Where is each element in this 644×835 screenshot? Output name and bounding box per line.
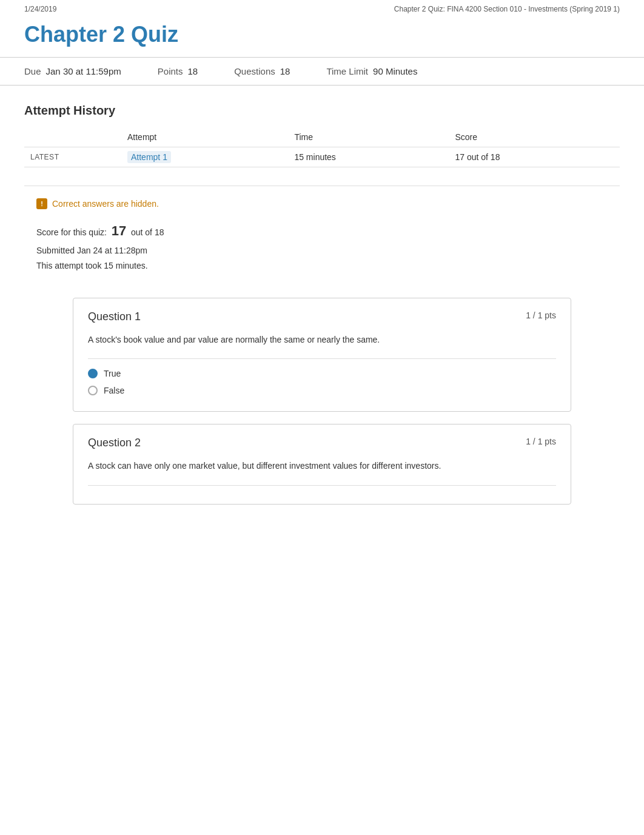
attempt-latest-label: LATEST bbox=[24, 147, 121, 167]
due-item: Due Jan 30 at 11:59pm bbox=[24, 66, 121, 76]
top-bar: 1/24/2019 Chapter 2 Quiz: FINA 4200 Sect… bbox=[0, 0, 644, 18]
attempt-score: 17 out of 18 bbox=[449, 147, 620, 167]
option-true[interactable]: True bbox=[88, 365, 556, 382]
time-limit-value: 90 Minutes bbox=[373, 66, 417, 76]
score-info: Score for this quiz: 17 out of 18 Submit… bbox=[36, 219, 608, 273]
points-label: Points bbox=[158, 66, 183, 76]
due-label: Due bbox=[24, 66, 41, 76]
radio-false[interactable] bbox=[88, 386, 98, 395]
attempt-1-link[interactable]: Attempt 1 bbox=[127, 151, 171, 163]
question-1-pts: 1 / 1 pts bbox=[526, 310, 556, 320]
question-2-title: Question 2 bbox=[88, 437, 141, 449]
divider bbox=[88, 358, 556, 359]
score-number: 17 bbox=[112, 223, 126, 238]
points-item: Points 18 bbox=[158, 66, 198, 76]
breadcrumb: Chapter 2 Quiz: FINA 4200 Section 010 - … bbox=[394, 5, 620, 13]
date-label: 1/24/2019 bbox=[24, 5, 56, 13]
questions-label: Questions bbox=[234, 66, 275, 76]
attempt-row: LATEST Attempt 1 15 minutes 17 out of 18 bbox=[24, 147, 620, 167]
attempt-time: 15 minutes bbox=[288, 147, 449, 167]
points-value: 18 bbox=[188, 66, 198, 76]
attempt-link-cell[interactable]: Attempt 1 bbox=[121, 147, 288, 167]
notice-icon: ! bbox=[36, 198, 47, 209]
attempt-time-line: This attempt took 15 minutes. bbox=[36, 258, 608, 273]
correct-answers-notice: ! Correct answers are hidden. bbox=[36, 198, 608, 209]
radio-true[interactable] bbox=[88, 369, 98, 378]
divider-2 bbox=[88, 485, 556, 486]
score-label: Score for this quiz: bbox=[36, 227, 107, 237]
time-limit-label: Time Limit bbox=[326, 66, 368, 76]
question-1-header: Question 1 1 / 1 pts bbox=[88, 310, 556, 323]
notice-text: Correct answers are hidden. bbox=[52, 199, 159, 209]
score-out-of: out of 18 bbox=[131, 227, 164, 237]
question-2-header: Question 2 1 / 1 pts bbox=[88, 437, 556, 449]
page-title-section: Chapter 2 Quiz bbox=[0, 18, 644, 57]
submitted-line: Submitted Jan 24 at 11:28pm bbox=[36, 243, 608, 258]
col-attempt: Attempt bbox=[121, 127, 288, 147]
question-2-card: Question 2 1 / 1 pts A stock can have on… bbox=[73, 424, 571, 504]
question-1-card: Question 1 1 / 1 pts A stock's book valu… bbox=[73, 298, 571, 412]
page-title: Chapter 2 Quiz bbox=[24, 22, 620, 47]
results-section: ! Correct answers are hidden. Score for … bbox=[24, 186, 620, 286]
question-1-title: Question 1 bbox=[88, 310, 141, 323]
due-value: Jan 30 at 11:59pm bbox=[46, 66, 121, 76]
attempt-table: Attempt Time Score LATEST Attempt 1 15 m… bbox=[24, 127, 620, 167]
time-limit-item: Time Limit 90 Minutes bbox=[326, 66, 417, 76]
col-score: Score bbox=[449, 127, 620, 147]
col-time: Time bbox=[288, 127, 449, 147]
question-1-text: A stock's book value and par value are n… bbox=[88, 333, 556, 346]
label-true: True bbox=[104, 369, 121, 378]
quiz-meta-bar: Due Jan 30 at 11:59pm Points 18 Question… bbox=[0, 57, 644, 86]
attempt-history-heading: Attempt History bbox=[24, 104, 620, 118]
question-2-pts: 1 / 1 pts bbox=[526, 437, 556, 446]
label-false: False bbox=[104, 386, 124, 395]
option-false[interactable]: False bbox=[88, 382, 556, 399]
question-2-text: A stock can have only one market value, … bbox=[88, 459, 556, 472]
questions-item: Questions 18 bbox=[234, 66, 290, 76]
score-line: Score for this quiz: 17 out of 18 bbox=[36, 219, 608, 243]
questions-value: 18 bbox=[280, 66, 290, 76]
col-empty bbox=[24, 127, 121, 147]
attempt-history-section: Attempt History Attempt Time Score LATES… bbox=[0, 86, 644, 173]
